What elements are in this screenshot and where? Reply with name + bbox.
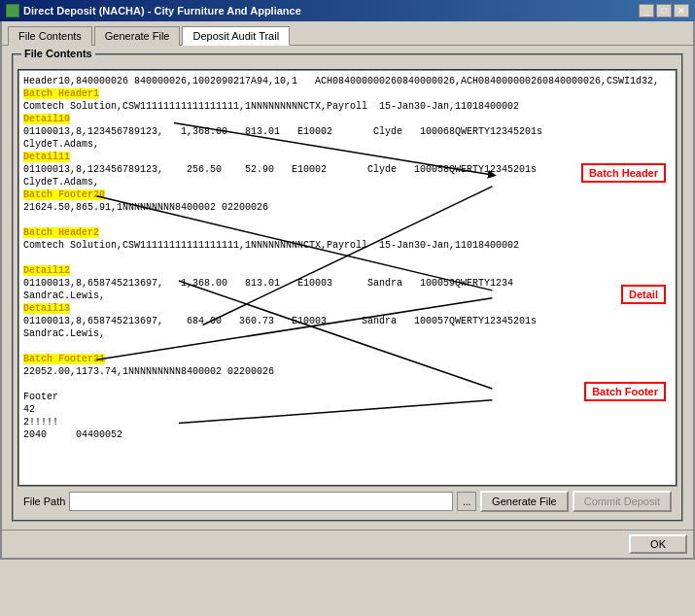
list-item: Comtech Solution,CSW11111111111111111,1N… xyxy=(23,100,672,113)
generate-file-button[interactable]: Generate File xyxy=(480,491,569,512)
list-item: Batch Header1 xyxy=(23,87,672,100)
list-item: 42 xyxy=(23,403,672,416)
list-item: 01100013,8,658745213697, 684.00 360.73 E… xyxy=(23,315,672,327)
browse-button[interactable]: ... xyxy=(457,492,476,511)
tab-file-contents[interactable]: File Contents xyxy=(8,26,92,46)
batch-header-annotation: Batch Header xyxy=(581,163,666,183)
list-item: 01100013,8,123456789123, 256.50 52.90 E1… xyxy=(23,163,672,176)
list-item: Comtech Solution,CSW11111111111111111,1N… xyxy=(23,239,672,252)
list-item: Detail10 xyxy=(23,113,672,125)
filepath-label: File Path xyxy=(23,496,65,507)
list-item xyxy=(23,214,672,226)
list-item xyxy=(23,378,672,391)
commit-deposit-button[interactable]: Commit Deposit xyxy=(573,491,672,512)
detail-annotation: Detail xyxy=(621,285,666,304)
list-item: Detail13 xyxy=(23,302,672,315)
list-item xyxy=(23,252,672,264)
window-title: Direct Deposit (NACHA) - City Furniture … xyxy=(23,5,301,17)
bottom-bar: File Path ... Generate File Commit Depos… xyxy=(17,487,678,516)
list-item: SandraC.Lewis, xyxy=(23,290,672,302)
app-icon xyxy=(6,4,19,17)
list-item xyxy=(23,340,672,353)
list-item: 22052.00,1173.74,1NNNNNNNNN8400002 02200… xyxy=(23,365,672,378)
list-item: Batch Footer20 xyxy=(23,188,672,201)
batch-footer-annotation: Batch Footer xyxy=(584,382,666,401)
filepath-input[interactable] xyxy=(69,492,453,511)
list-item: 01100013,8,123456789123, 1,368.00 813.01… xyxy=(23,125,672,138)
tab-deposit-audit-trail[interactable]: Deposit Audit Trail xyxy=(182,26,290,46)
list-item: Header10,840000026 840000026,1002090217A… xyxy=(23,75,672,87)
group-label: File Contents xyxy=(21,48,95,59)
title-bar: Direct Deposit (NACHA) - City Furniture … xyxy=(0,0,695,21)
tab-bar: File Contents Generate File Deposit Audi… xyxy=(2,21,693,45)
close-button[interactable]: ✕ xyxy=(674,4,689,17)
maximize-button[interactable]: □ xyxy=(656,4,672,17)
footer-bar: OK xyxy=(2,530,693,558)
list-item: Batch Header2 xyxy=(23,226,672,239)
list-item: Detail12 xyxy=(23,264,672,277)
list-item: 2040 04400052 xyxy=(23,428,672,441)
list-item: ClydeT.Adams, xyxy=(23,176,672,188)
file-contents-scroll[interactable]: Header10,840000026 840000026,1002090217A… xyxy=(19,73,676,483)
list-item: ClydeT.Adams, xyxy=(23,138,672,151)
list-item: SandraC.Lewis, xyxy=(23,327,672,340)
list-item: 21624.50,865.91,1NNNNNNNNN8400002 022000… xyxy=(23,201,672,214)
minimize-button[interactable]: _ xyxy=(639,4,654,17)
tab-generate-file[interactable]: Generate File xyxy=(94,26,181,46)
ok-button[interactable]: OK xyxy=(629,534,687,554)
list-item: Detail11 xyxy=(23,151,672,163)
list-item: Batch Footer21 xyxy=(23,353,672,365)
list-item: 01100013,8,658745213697, 1,368.00 813.01… xyxy=(23,277,672,290)
list-item: Footer xyxy=(23,391,672,403)
list-item: 2!!!!! xyxy=(23,416,672,428)
